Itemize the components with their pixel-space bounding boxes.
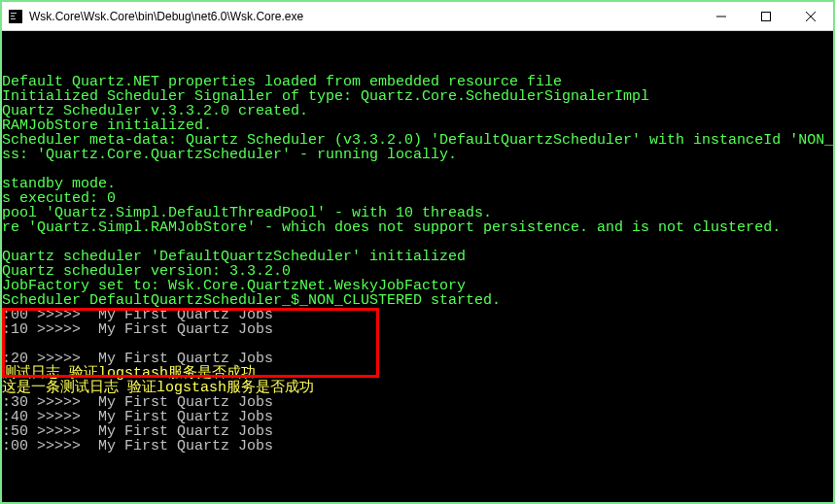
window-buttons — [699, 2, 833, 30]
console-line: standby mode. — [2, 177, 833, 191]
console-line: Default Quartz.NET properties loaded fro… — [2, 75, 833, 89]
maximize-button[interactable] — [744, 2, 788, 30]
svg-rect-2 — [11, 16, 15, 17]
console-line: Quartz Scheduler v.3.3.2.0 created. — [2, 104, 833, 118]
svg-rect-3 — [11, 18, 16, 19]
console-line: ss: 'Quartz.Core.QuartzScheduler' - runn… — [2, 148, 833, 162]
console-line — [2, 162, 833, 177]
console-line: :30 >>>>> My First Quartz Jobs — [2, 395, 833, 410]
console-line: :20 >>>>> My First Quartz Jobs — [2, 352, 833, 366]
app-icon — [8, 9, 23, 24]
minimize-button[interactable] — [699, 2, 744, 30]
console-line: pool 'Quartz.Simpl.DefaultThreadPool' - … — [2, 206, 833, 220]
console-line: Initialized Scheduler Signaller of type:… — [2, 89, 833, 104]
console-line: :40 >>>>> My First Quartz Jobs — [2, 410, 833, 424]
console-line: Scheduler DefaultQuartzScheduler_$_NON_C… — [2, 293, 833, 308]
console-line: JobFactory set to: Wsk.Core.QuartzNet.We… — [2, 279, 833, 293]
console-line: RAMJobStore initialized. — [2, 118, 833, 133]
titlebar: Wsk.Core\Wsk.Core\bin\Debug\net6.0\Wsk.C… — [2, 2, 833, 31]
console-line: :00 >>>>> My First Quartz Jobs — [2, 308, 833, 322]
console-line: Quartz scheduler 'DefaultQuartzScheduler… — [2, 250, 833, 264]
console-output: Default Quartz.NET properties loaded fro… — [2, 31, 833, 502]
svg-rect-5 — [762, 12, 771, 20]
console-line: Scheduler meta-data: Quartz Scheduler (v… — [2, 133, 833, 148]
console-line: Quartz scheduler version: 3.3.2.0 — [2, 264, 833, 279]
console-line — [2, 235, 833, 250]
window-title: Wsk.Core\Wsk.Core\bin\Debug\net6.0\Wsk.C… — [29, 10, 699, 23]
close-button[interactable] — [788, 2, 833, 30]
svg-rect-1 — [11, 13, 17, 14]
console-line — [2, 337, 833, 352]
console-line: :10 >>>>> My First Quartz Jobs — [2, 322, 833, 337]
console-line: :50 >>>>> My First Quartz Jobs — [2, 424, 833, 439]
console-line: 这是一条测试日志 验证logstash服务是否成功 — [2, 381, 833, 395]
console-line: s executed: 0 — [2, 191, 833, 206]
console-line: 测试日志 验证logstash服务是否成功 — [2, 366, 833, 381]
console-line: re 'Quartz.Simpl.RAMJobStore' - which do… — [2, 220, 833, 235]
console-line — [2, 60, 833, 75]
console-line: :00 >>>>> My First Quartz Jobs — [2, 439, 833, 454]
